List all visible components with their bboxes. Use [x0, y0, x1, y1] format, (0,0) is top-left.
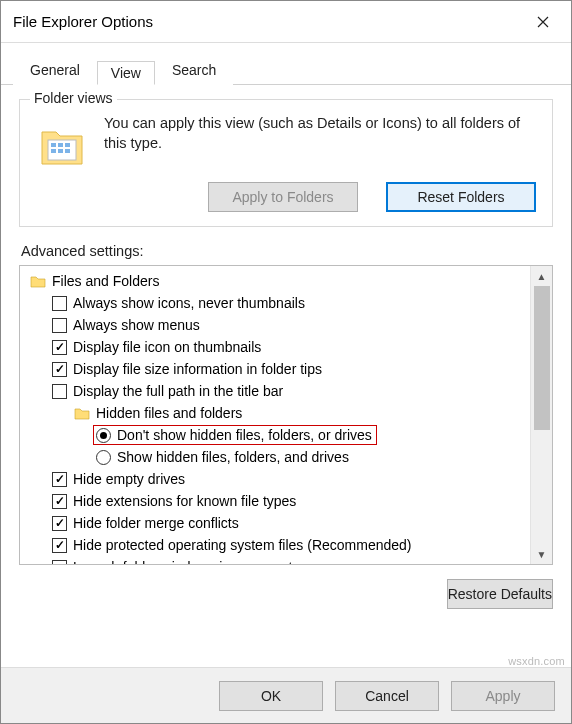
window-title: File Explorer Options: [13, 13, 521, 30]
tree-item-label: Hide extensions for known file types: [73, 493, 296, 509]
svg-rect-3: [58, 143, 63, 147]
scroll-up-arrow[interactable]: ▲: [531, 266, 553, 286]
tree-folder-hidden-files[interactable]: Hidden files and folders: [22, 402, 528, 424]
tab-panel-view: Folder views You can apply this view (su…: [1, 85, 571, 619]
tree-check-item[interactable]: Always show menus: [22, 314, 528, 336]
titlebar: File Explorer Options: [1, 1, 571, 43]
ok-button[interactable]: OK: [219, 681, 323, 711]
tree-item-label: Launch folder windows in a separate proc…: [73, 559, 353, 565]
tree-check-item[interactable]: Display the full path in the title bar: [22, 380, 528, 402]
tree-item-label: Hide protected operating system files (R…: [73, 537, 412, 553]
tree-check-item[interactable]: Hide empty drives: [22, 468, 528, 490]
restore-defaults-button[interactable]: Restore Defaults: [447, 579, 553, 609]
tabstrip: General View Search: [1, 43, 571, 85]
tree-check-item[interactable]: Hide extensions for known file types: [22, 490, 528, 512]
checkbox-icon: [52, 494, 67, 509]
scrollbar[interactable]: ▲ ▼: [530, 266, 552, 564]
tree-check-item[interactable]: Launch folder windows in a separate proc…: [22, 556, 528, 565]
checkbox-icon: [52, 296, 67, 311]
tree-item-label: Display file icon on thumbnails: [73, 339, 261, 355]
tab-view[interactable]: View: [97, 61, 155, 85]
radio-icon: [96, 428, 111, 443]
checkbox-icon: [52, 362, 67, 377]
tree-item-label: Display the full path in the title bar: [73, 383, 283, 399]
close-icon: [537, 16, 549, 28]
checkbox-icon: [52, 538, 67, 553]
svg-marker-9: [75, 409, 89, 419]
close-button[interactable]: [521, 6, 565, 38]
apply-to-folders-button[interactable]: Apply to Folders: [208, 182, 358, 212]
folder-views-legend: Folder views: [30, 90, 117, 106]
tree-check-item[interactable]: Always show icons, never thumbnails: [22, 292, 528, 314]
checkbox-icon: [52, 384, 67, 399]
checkbox-icon: [52, 318, 67, 333]
tree-item-label: Hide empty drives: [73, 471, 185, 487]
checkbox-icon: [52, 340, 67, 355]
tree-check-item[interactable]: Display file size information in folder …: [22, 358, 528, 380]
folder-views-text: You can apply this view (such as Details…: [104, 114, 540, 153]
tree-radio-item[interactable]: Show hidden files, folders, and drives: [22, 446, 528, 468]
tab-search[interactable]: Search: [155, 55, 233, 85]
cancel-button[interactable]: Cancel: [335, 681, 439, 711]
reset-folders-button[interactable]: Reset Folders: [386, 182, 536, 212]
scroll-track[interactable]: [531, 286, 552, 544]
tree-check-item[interactable]: Display file icon on thumbnails: [22, 336, 528, 358]
svg-rect-2: [51, 143, 56, 147]
svg-marker-8: [31, 277, 45, 287]
svg-rect-6: [58, 149, 63, 153]
folder-views-icon: [38, 120, 86, 168]
tree-root-files-and-folders[interactable]: Files and Folders: [22, 270, 528, 292]
tree-item-label: Always show menus: [73, 317, 200, 333]
advanced-settings-tree[interactable]: Files and FoldersAlways show icons, neve…: [19, 265, 553, 565]
tab-general[interactable]: General: [13, 55, 97, 85]
tree-item-label: Hide folder merge conflicts: [73, 515, 239, 531]
tree-item-label: Don't show hidden files, folders, or dri…: [117, 427, 372, 443]
folder-views-group: Folder views You can apply this view (su…: [19, 99, 553, 227]
checkbox-icon: [52, 516, 67, 531]
highlighted-option: Don't show hidden files, folders, or dri…: [93, 425, 377, 445]
scroll-thumb[interactable]: [534, 286, 550, 430]
tree-item-label: Show hidden files, folders, and drives: [117, 449, 349, 465]
checkbox-icon: [52, 560, 67, 566]
svg-rect-5: [51, 149, 56, 153]
tree-radio-item[interactable]: Don't show hidden files, folders, or dri…: [22, 424, 528, 446]
advanced-settings-label: Advanced settings:: [21, 243, 553, 259]
svg-rect-7: [65, 149, 70, 153]
tree-item-label: Display file size information in folder …: [73, 361, 322, 377]
radio-icon: [96, 450, 111, 465]
svg-rect-4: [65, 143, 70, 147]
tree-content: Files and FoldersAlways show icons, neve…: [20, 266, 530, 564]
checkbox-icon: [52, 472, 67, 487]
tree-item-label: Always show icons, never thumbnails: [73, 295, 305, 311]
tree-check-item[interactable]: Hide protected operating system files (R…: [22, 534, 528, 556]
dialog-window: File Explorer Options General View Searc…: [0, 0, 572, 724]
dialog-footer: OK Cancel Apply: [1, 667, 571, 723]
apply-button[interactable]: Apply: [451, 681, 555, 711]
scroll-down-arrow[interactable]: ▼: [531, 544, 553, 564]
tree-check-item[interactable]: Hide folder merge conflicts: [22, 512, 528, 534]
watermark: wsxdn.com: [508, 655, 565, 667]
